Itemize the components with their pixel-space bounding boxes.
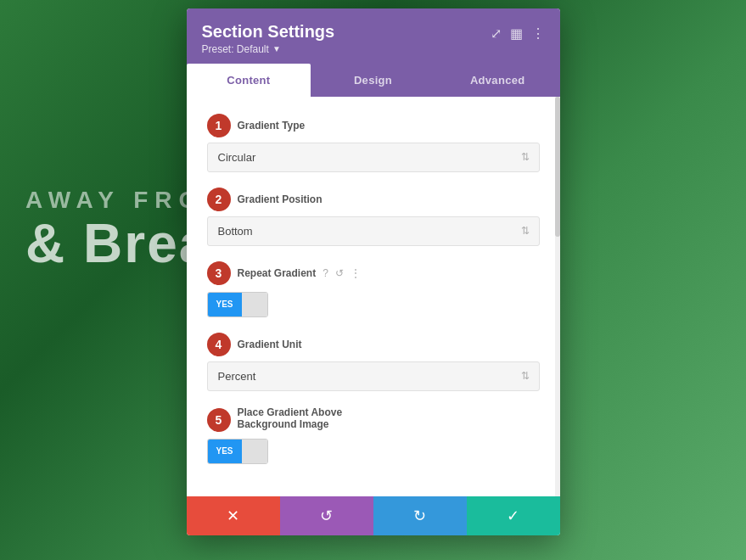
modal-content: 1 Gradient Type Circular Linear Conic xyxy=(187,97,560,496)
repeat-gradient-toggle-row: YES xyxy=(207,292,540,317)
step-badge-4: 4 xyxy=(207,333,231,356)
modal-tabs: Content Design Advanced xyxy=(187,64,560,97)
repeat-gradient-reset-icon[interactable]: ↺ xyxy=(335,267,344,279)
repeat-gradient-toggle[interactable]: YES xyxy=(207,292,268,317)
modal-header-left: Section Settings Preset: Default ▼ xyxy=(202,22,335,55)
scrollbar-track xyxy=(555,97,560,496)
gradient-type-select[interactable]: Circular Linear Conic xyxy=(207,143,540,172)
gradient-position-select[interactable]: Bottom Top Left Right Center xyxy=(207,216,540,246)
gradient-position-select-wrapper: Bottom Top Left Right Center xyxy=(207,216,540,246)
save-button[interactable]: ✓ xyxy=(467,496,560,535)
place-gradient-toggle[interactable]: YES xyxy=(207,439,268,464)
modal-header-actions: ⤢ ▦ ⋮ xyxy=(491,25,545,42)
columns-icon[interactable]: ▦ xyxy=(510,25,523,42)
scrollbar-thumb[interactable] xyxy=(555,97,560,237)
modal-header: Section Settings Preset: Default ▼ ⤢ ▦ ⋮ xyxy=(187,8,560,64)
modal-inner: 1 Gradient Type Circular Linear Conic xyxy=(187,97,560,496)
modal-footer: ✕ ↺ ↻ ✓ xyxy=(187,496,560,535)
place-gradient-yes-label[interactable]: YES xyxy=(208,440,242,463)
step-badge-2: 2 xyxy=(207,188,231,211)
gradient-unit-label: Gradient Unit xyxy=(238,339,302,350)
gradient-unit-select[interactable]: Percent Pixel xyxy=(207,361,540,391)
preset-arrow: ▼ xyxy=(272,44,281,53)
modal-overlay: Section Settings Preset: Default ▼ ⤢ ▦ ⋮… xyxy=(0,0,746,560)
section-settings-modal: Section Settings Preset: Default ▼ ⤢ ▦ ⋮… xyxy=(187,8,560,535)
gradient-type-field: 1 Gradient Type Circular Linear Conic xyxy=(207,114,540,172)
place-gradient-field: 5 Place Gradient Above Background Image … xyxy=(207,406,540,464)
repeat-gradient-more-icon[interactable]: ⋮ xyxy=(351,267,361,279)
tab-advanced[interactable]: Advanced xyxy=(435,64,560,97)
preset-selector[interactable]: Preset: Default ▼ xyxy=(202,43,335,55)
place-gradient-no-area[interactable] xyxy=(242,440,267,463)
step-badge-5: 5 xyxy=(207,408,231,432)
gradient-unit-field: 4 Gradient Unit Percent Pixel xyxy=(207,333,540,391)
toggle-no-area[interactable] xyxy=(242,293,267,316)
place-gradient-toggle-row: YES xyxy=(207,439,540,464)
repeat-gradient-field: 3 Repeat Gradient ? ↺ ⋮ YES xyxy=(207,261,540,317)
reset-button[interactable]: ↺ xyxy=(280,496,373,535)
repeat-gradient-help-icon[interactable]: ? xyxy=(323,267,328,279)
cancel-button[interactable]: ✕ xyxy=(187,496,280,535)
gradient-type-label: Gradient Type xyxy=(238,120,306,132)
resize-icon[interactable]: ⤢ xyxy=(491,25,502,42)
gradient-type-select-wrapper: Circular Linear Conic xyxy=(207,143,540,172)
step-badge-1: 1 xyxy=(207,114,231,137)
more-options-icon[interactable]: ⋮ xyxy=(531,25,545,42)
step-badge-3: 3 xyxy=(207,261,231,285)
redo-button[interactable]: ↻ xyxy=(373,496,467,535)
place-gradient-label: Place Gradient Above Background Image xyxy=(238,406,343,430)
gradient-position-label: Gradient Position xyxy=(238,193,323,205)
gradient-position-field: 2 Gradient Position Bottom Top Left Righ… xyxy=(207,188,540,246)
preset-label: Preset: Default xyxy=(202,43,269,55)
toggle-yes-label[interactable]: YES xyxy=(208,293,242,316)
tab-design[interactable]: Design xyxy=(311,64,435,97)
tab-content[interactable]: Content xyxy=(187,64,311,97)
gradient-unit-select-wrapper: Percent Pixel xyxy=(207,361,540,391)
modal-title: Section Settings xyxy=(202,22,335,42)
repeat-gradient-label: Repeat Gradient xyxy=(238,267,317,279)
